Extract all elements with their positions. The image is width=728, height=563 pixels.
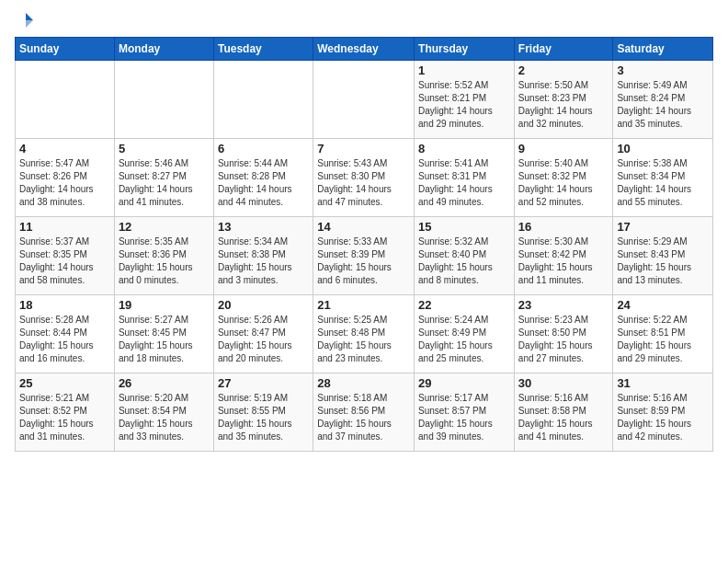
calendar-header-wednesday: Wednesday (313, 38, 415, 61)
day-info: Sunrise: 5:19 AM Sunset: 8:55 PM Dayligh… (218, 392, 309, 443)
day-info: Sunrise: 5:43 AM Sunset: 8:30 PM Dayligh… (317, 157, 410, 209)
day-number: 9 (518, 142, 609, 155)
day-number: 27 (218, 376, 309, 390)
day-number: 1 (418, 63, 510, 77)
day-info: Sunrise: 5:40 AM Sunset: 8:32 PM Dayligh… (518, 157, 609, 209)
calendar-cell: 5Sunrise: 5:46 AM Sunset: 8:27 PM Daylig… (114, 139, 213, 217)
day-number: 28 (317, 376, 410, 390)
calendar-cell: 23Sunrise: 5:23 AM Sunset: 8:50 PM Dayli… (514, 295, 613, 373)
page: SundayMondayTuesdayWednesdayThursdayFrid… (0, 0, 728, 563)
day-info: Sunrise: 5:47 AM Sunset: 8:26 PM Dayligh… (19, 157, 110, 209)
calendar-cell: 4Sunrise: 5:47 AM Sunset: 8:26 PM Daylig… (16, 139, 115, 217)
day-number: 20 (218, 298, 309, 312)
day-info: Sunrise: 5:33 AM Sunset: 8:39 PM Dayligh… (317, 236, 410, 287)
day-info: Sunrise: 5:35 AM Sunset: 8:36 PM Dayligh… (119, 236, 210, 287)
calendar-cell: 22Sunrise: 5:24 AM Sunset: 8:49 PM Dayli… (415, 295, 515, 373)
calendar-header-row: SundayMondayTuesdayWednesdayThursdayFrid… (16, 38, 713, 61)
calendar-cell: 24Sunrise: 5:22 AM Sunset: 8:51 PM Dayli… (613, 295, 713, 373)
calendar-header-sunday: Sunday (16, 38, 115, 61)
day-number: 2 (518, 63, 609, 77)
calendar-cell (213, 61, 313, 139)
day-info: Sunrise: 5:16 AM Sunset: 8:58 PM Dayligh… (518, 392, 609, 443)
calendar-cell: 27Sunrise: 5:19 AM Sunset: 8:55 PM Dayli… (213, 373, 313, 452)
calendar-cell: 18Sunrise: 5:28 AM Sunset: 8:44 PM Dayli… (16, 295, 115, 373)
day-info: Sunrise: 5:21 AM Sunset: 8:52 PM Dayligh… (19, 392, 110, 443)
calendar-week-3: 18Sunrise: 5:28 AM Sunset: 8:44 PM Dayli… (16, 295, 713, 373)
day-number: 6 (218, 142, 309, 155)
day-number: 10 (617, 142, 709, 155)
calendar-header-monday: Monday (114, 38, 213, 61)
day-number: 7 (317, 142, 410, 155)
day-number: 13 (218, 220, 309, 234)
calendar-header-saturday: Saturday (613, 38, 713, 61)
svg-marker-0 (26, 13, 33, 20)
day-info: Sunrise: 5:46 AM Sunset: 8:27 PM Dayligh… (119, 157, 210, 209)
day-info: Sunrise: 5:37 AM Sunset: 8:35 PM Dayligh… (19, 236, 110, 287)
calendar-cell: 16Sunrise: 5:30 AM Sunset: 8:42 PM Dayli… (514, 217, 613, 295)
day-info: Sunrise: 5:38 AM Sunset: 8:34 PM Dayligh… (617, 157, 709, 209)
day-number: 14 (317, 220, 410, 234)
day-number: 15 (418, 220, 510, 234)
calendar-week-0: 1Sunrise: 5:52 AM Sunset: 8:21 PM Daylig… (16, 61, 713, 139)
day-number: 19 (119, 298, 210, 312)
day-number: 11 (19, 220, 110, 234)
day-number: 24 (617, 298, 709, 312)
calendar-week-4: 25Sunrise: 5:21 AM Sunset: 8:52 PM Dayli… (16, 373, 713, 452)
calendar-cell: 11Sunrise: 5:37 AM Sunset: 8:35 PM Dayli… (16, 217, 115, 295)
calendar-cell: 28Sunrise: 5:18 AM Sunset: 8:56 PM Dayli… (313, 373, 415, 452)
day-number: 31 (617, 376, 709, 390)
day-info: Sunrise: 5:24 AM Sunset: 8:49 PM Dayligh… (418, 314, 510, 365)
logo-flag-icon (17, 11, 35, 29)
calendar-cell: 9Sunrise: 5:40 AM Sunset: 8:32 PM Daylig… (514, 139, 613, 217)
day-info: Sunrise: 5:22 AM Sunset: 8:51 PM Dayligh… (617, 314, 709, 365)
day-info: Sunrise: 5:20 AM Sunset: 8:54 PM Dayligh… (119, 392, 210, 443)
day-number: 8 (418, 142, 510, 155)
day-info: Sunrise: 5:34 AM Sunset: 8:38 PM Dayligh… (218, 236, 309, 287)
day-info: Sunrise: 5:25 AM Sunset: 8:48 PM Dayligh… (317, 314, 410, 365)
calendar-cell: 1Sunrise: 5:52 AM Sunset: 8:21 PM Daylig… (415, 61, 515, 139)
logo (15, 11, 35, 29)
calendar-cell: 31Sunrise: 5:16 AM Sunset: 8:59 PM Dayli… (613, 373, 713, 452)
calendar-cell: 21Sunrise: 5:25 AM Sunset: 8:48 PM Dayli… (313, 295, 415, 373)
calendar-cell: 15Sunrise: 5:32 AM Sunset: 8:40 PM Dayli… (415, 217, 515, 295)
day-number: 4 (19, 142, 110, 155)
day-info: Sunrise: 5:32 AM Sunset: 8:40 PM Dayligh… (418, 236, 510, 287)
calendar-cell: 6Sunrise: 5:44 AM Sunset: 8:28 PM Daylig… (213, 139, 313, 217)
day-number: 3 (617, 63, 709, 77)
day-info: Sunrise: 5:17 AM Sunset: 8:57 PM Dayligh… (418, 392, 510, 443)
day-number: 22 (418, 298, 510, 312)
day-number: 25 (19, 376, 110, 390)
calendar-cell: 30Sunrise: 5:16 AM Sunset: 8:58 PM Dayli… (514, 373, 613, 452)
calendar-cell (16, 61, 115, 139)
day-info: Sunrise: 5:44 AM Sunset: 8:28 PM Dayligh… (218, 157, 309, 209)
calendar-cell: 20Sunrise: 5:26 AM Sunset: 8:47 PM Dayli… (213, 295, 313, 373)
day-info: Sunrise: 5:50 AM Sunset: 8:23 PM Dayligh… (518, 79, 609, 131)
day-info: Sunrise: 5:52 AM Sunset: 8:21 PM Dayligh… (418, 79, 510, 131)
calendar-cell (114, 61, 213, 139)
calendar-cell: 7Sunrise: 5:43 AM Sunset: 8:30 PM Daylig… (313, 139, 415, 217)
day-info: Sunrise: 5:16 AM Sunset: 8:59 PM Dayligh… (617, 392, 709, 443)
day-number: 26 (119, 376, 210, 390)
calendar-cell: 17Sunrise: 5:29 AM Sunset: 8:43 PM Dayli… (613, 217, 713, 295)
calendar-cell: 3Sunrise: 5:49 AM Sunset: 8:24 PM Daylig… (613, 61, 713, 139)
calendar-cell: 29Sunrise: 5:17 AM Sunset: 8:57 PM Dayli… (415, 373, 515, 452)
calendar-cell: 10Sunrise: 5:38 AM Sunset: 8:34 PM Dayli… (613, 139, 713, 217)
day-number: 23 (518, 298, 609, 312)
calendar-cell: 26Sunrise: 5:20 AM Sunset: 8:54 PM Dayli… (114, 373, 213, 452)
calendar-header-tuesday: Tuesday (213, 38, 313, 61)
day-info: Sunrise: 5:29 AM Sunset: 8:43 PM Dayligh… (617, 236, 709, 287)
day-info: Sunrise: 5:49 AM Sunset: 8:24 PM Dayligh… (617, 79, 709, 131)
day-number: 21 (317, 298, 410, 312)
calendar-cell: 25Sunrise: 5:21 AM Sunset: 8:52 PM Dayli… (16, 373, 115, 452)
day-info: Sunrise: 5:41 AM Sunset: 8:31 PM Dayligh… (418, 157, 510, 209)
calendar-cell: 13Sunrise: 5:34 AM Sunset: 8:38 PM Dayli… (213, 217, 313, 295)
day-number: 16 (518, 220, 609, 234)
calendar-header-friday: Friday (514, 38, 613, 61)
calendar-cell: 12Sunrise: 5:35 AM Sunset: 8:36 PM Dayli… (114, 217, 213, 295)
calendar-week-1: 4Sunrise: 5:47 AM Sunset: 8:26 PM Daylig… (16, 139, 713, 217)
day-info: Sunrise: 5:27 AM Sunset: 8:45 PM Dayligh… (119, 314, 210, 365)
header (15, 11, 713, 29)
calendar-week-2: 11Sunrise: 5:37 AM Sunset: 8:35 PM Dayli… (16, 217, 713, 295)
day-number: 30 (518, 376, 609, 390)
calendar-cell: 2Sunrise: 5:50 AM Sunset: 8:23 PM Daylig… (514, 61, 613, 139)
